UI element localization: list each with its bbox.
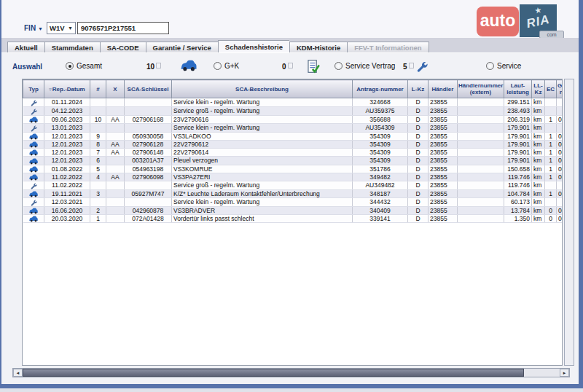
cell-antrag: 351786 [353, 165, 408, 173]
col-sca-beschreibung[interactable]: SCA-Beschreibung [172, 80, 353, 98]
table-row[interactable]: 12.03.2021Service klein - regelm. Wartun… [23, 198, 563, 207]
radio-button-icon[interactable] [486, 62, 494, 70]
col-rep-datum[interactable]: ▿Rep.-Datum [44, 80, 90, 98]
scroll-right-arrow-icon[interactable]: ► [560, 369, 569, 377]
radio-gk-label[interactable]: G+K [224, 62, 239, 70]
table-row[interactable]: 09.06.202310AA02790616823V2790616356688D… [23, 115, 563, 123]
cell-sca: 072A01428 [125, 215, 172, 223]
table-row[interactable]: 20.03.20201072A01428Vordertür links pass… [23, 215, 563, 223]
radio-service[interactable]: Service [486, 62, 521, 70]
cell-ec [545, 123, 557, 132]
col-sca-schluessel[interactable]: SCA-Schlüssel [125, 80, 172, 98]
cell-beschreibung: Vordertür links passt schlecht [172, 215, 353, 223]
cell-sca [125, 98, 172, 107]
radio-gesamt-label[interactable]: Gesamt [77, 62, 102, 70]
table-row[interactable]: 16.06.20202042960878VS3BRADVER340409D238… [23, 206, 563, 214]
col-haendlernummer-extern[interactable]: Händlernummer (extern) [458, 80, 504, 98]
cell-beschreibung: VS3KOMRUE [172, 165, 353, 173]
cell-llkz: km [532, 215, 545, 223]
table-row[interactable]: 12.01.20238AA02790612822V2790612354309D2… [23, 140, 563, 148]
table-row[interactable]: 19.11.2021305927M747K/Z* Leuchte Laderau… [23, 189, 563, 197]
cell-x: AA [106, 115, 125, 123]
radio-service-label[interactable]: Service [497, 62, 521, 70]
table-row[interactable]: 01.11.2024Service klein - regelm. Wartun… [23, 98, 563, 107]
cell-datum: 12.01.2023 [44, 149, 90, 157]
cell-haendler: 23855 [429, 106, 458, 115]
tab-kdm-historie[interactable]: KDM-Historie [289, 42, 347, 52]
car-icon[interactable] [180, 59, 197, 74]
cell-antrag: 344432 [353, 198, 408, 207]
wtv-select[interactable]: W1V▼ [47, 22, 76, 34]
tab-sa-code[interactable]: SA-CODE [100, 42, 146, 52]
cell-ec: 1 [545, 149, 557, 157]
table-row[interactable]: 13.01.2023Service klein - regelm. Wartun… [23, 123, 563, 132]
cell-haendler: 23855 [429, 98, 458, 107]
cell-antrag: 340409 [353, 206, 408, 214]
cell-antrag: 354309 [353, 149, 408, 157]
table-row[interactable]: 12.01.20239050930058VS3LADKOO354309D2385… [23, 132, 563, 140]
scroll-left-arrow-icon[interactable]: ◄ [13, 369, 23, 377]
history-table: Typ ▿Rep.-Datum # X SCA-Schlüssel SCA-Be… [23, 79, 563, 223]
cell-gutschrift: 00000000 [557, 206, 563, 214]
app-window: FIN ▼ W1V▼ auto ★ RIA com AktuellStammda… [0, 0, 583, 388]
radio-button-icon[interactable] [66, 62, 74, 70]
cell-llkz: km [532, 173, 545, 181]
tab-schadenshistorie[interactable]: Schadenshistorie [218, 40, 289, 52]
fin-input[interactable] [77, 22, 169, 34]
cell-extern [458, 198, 504, 207]
col-haendler[interactable]: Händler [429, 80, 458, 98]
cell-llkz: km [532, 165, 545, 173]
col-nr[interactable]: # [90, 80, 106, 98]
col-x[interactable]: X [106, 80, 125, 98]
table-row[interactable]: 12.01.20236003201A37Pleuel verzogen35430… [23, 157, 563, 165]
sort-icon: ▿ [49, 87, 52, 92]
cell-extern [458, 115, 504, 123]
tab-aktuell[interactable]: Aktuell [7, 42, 44, 52]
cell-beschreibung: VS3LADKOO [172, 132, 353, 140]
table-row[interactable]: 11.02.2022Service groß - regelm. Wartung… [23, 181, 563, 190]
vertical-scrollbar[interactable] [564, 79, 574, 366]
cell-llkz: km [532, 115, 545, 123]
cell-lkz: D [408, 181, 429, 190]
cell-extern [458, 173, 504, 181]
radio-gk[interactable]: G+K [214, 62, 239, 70]
horizontal-scrollbar[interactable]: ◄ ► [12, 368, 570, 377]
cell-llkz: km [532, 149, 545, 157]
col-l-kz[interactable]: L-Kz [408, 80, 429, 98]
table-row[interactable]: 12.01.20237AA02790614822V2790614354309D2… [23, 149, 563, 157]
radio-service-vertrag-label[interactable]: Service Vertrag [345, 62, 395, 70]
col-laufleistung[interactable]: Lauf-leistung [504, 80, 532, 98]
horizontal-scrollbar-thumb[interactable] [23, 369, 524, 377]
cell-sca [125, 106, 172, 115]
fin-dropdown[interactable]: FIN ▼ [24, 24, 43, 32]
col-gutschriftnummer[interactable]: Gutschrift nummer [557, 80, 563, 98]
radio-button-icon[interactable] [214, 62, 222, 70]
cell-lkz: D [408, 165, 429, 173]
cell-haendler: 23855 [429, 198, 458, 207]
col-typ[interactable]: Typ [23, 80, 44, 98]
checklist-icon[interactable] [306, 59, 324, 74]
radio-button-icon[interactable] [334, 62, 343, 70]
horizontal-scrollbar-track[interactable] [524, 369, 560, 377]
cell-lauf: 238.493 [504, 106, 532, 115]
wrench-icon[interactable] [415, 59, 433, 74]
cell-haendler: 23855 [429, 181, 458, 190]
radio-service-vertrag[interactable]: Service Vertrag [334, 62, 395, 70]
tab-stammdaten[interactable]: Stammdaten [44, 42, 100, 52]
col-ll-kz[interactable]: LL-Kz [532, 80, 545, 98]
radio-gesamt[interactable]: Gesamt [66, 62, 102, 70]
col-antragsnummer[interactable]: Antrags-nummer [353, 80, 408, 98]
table-row[interactable]: 04.12.2023Service groß - regelm. Wartung… [23, 106, 563, 115]
cell-llkz: km [532, 123, 545, 132]
tab-garantie-service[interactable]: Garantie / Service [146, 42, 218, 52]
table-row[interactable]: 01.08.20225054963198VS3KOMRUE351786D2385… [23, 165, 563, 173]
cell-antrag: AU359375 [353, 106, 408, 115]
cell-extern [458, 165, 504, 173]
col-ec[interactable]: EC [545, 80, 557, 98]
cell-gutschrift: 00000123 [557, 140, 563, 148]
cell-sca: 05927M747 [125, 189, 172, 197]
table-row[interactable]: 11.02.20224AA027906098VS3PA27ERI349482D2… [23, 173, 563, 181]
cell-antrag: AU354309 [353, 123, 408, 132]
cell-beschreibung: Service groß - regelm. Wartung [172, 181, 353, 190]
cell-lkz: D [408, 198, 429, 207]
